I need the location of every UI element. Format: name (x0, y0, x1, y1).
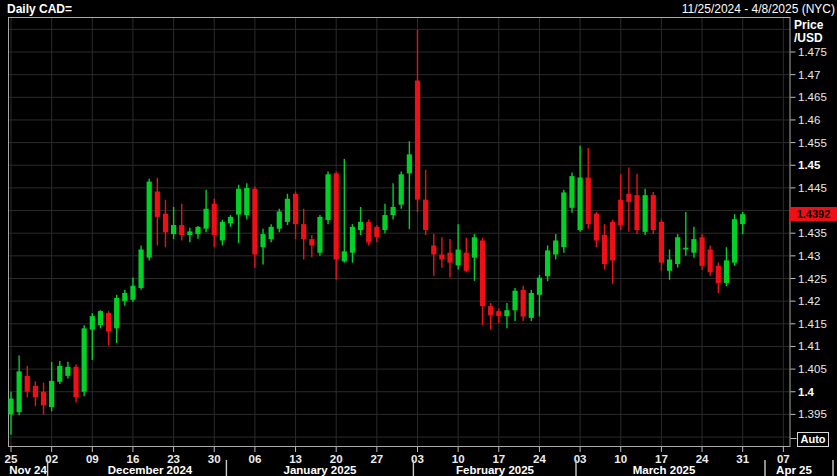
axis-auto-scale-button[interactable]: Auto (797, 432, 829, 447)
candle-body (244, 188, 249, 215)
candle-body (179, 225, 184, 235)
candle-body (358, 222, 363, 230)
candle-body (529, 293, 534, 318)
candle-body (57, 366, 62, 382)
candle-body (537, 278, 542, 295)
price-tick-label: 1.415 (798, 318, 827, 330)
candle-body (73, 367, 78, 397)
candle-body (309, 239, 314, 245)
last-price-badge[interactable]: 1.4392 (790, 207, 837, 221)
candle-body (439, 254, 444, 259)
price-axis-unit-line2: /USD (794, 32, 823, 45)
price-tick-label: 1.445 (798, 182, 827, 194)
candle-body (187, 231, 192, 235)
month-label: Apr 25 (776, 464, 812, 476)
candle-body (106, 313, 111, 332)
candle-body (659, 222, 664, 263)
candle-body (163, 214, 168, 233)
candle-body (456, 250, 461, 266)
candle-body (49, 381, 54, 407)
price-tick-label: 1.43 (798, 250, 820, 262)
price-tick-label: 1.395 (798, 408, 827, 420)
price-axis-unit-label: Price /USD (794, 19, 823, 45)
candle-body (325, 174, 330, 220)
date-tick-label: 24 (533, 453, 546, 465)
price-tick-label: 1.46 (798, 114, 820, 126)
candle-body (130, 286, 135, 300)
candle-body (618, 200, 623, 225)
month-label: December 2024 (108, 464, 193, 476)
candle-body (195, 227, 200, 234)
candle-body (521, 290, 526, 317)
candle-body (716, 266, 721, 283)
candle-body (171, 225, 176, 234)
month-label: March 2025 (633, 464, 696, 476)
price-tick-label: 1.435 (798, 227, 827, 239)
date-tick-label: 24 (696, 453, 709, 465)
candle-body (41, 392, 46, 406)
candle-body (578, 177, 583, 230)
candle-body (269, 227, 274, 239)
candle-body (488, 306, 493, 315)
candle-body (634, 195, 639, 230)
candle-body (740, 214, 745, 224)
candle-body (561, 192, 566, 247)
candle-body (90, 316, 95, 330)
candle-body (122, 293, 127, 301)
price-tick-label: 1.4 (798, 386, 815, 398)
candle-body (691, 239, 696, 253)
candle-body (25, 376, 30, 392)
candle-body (423, 200, 428, 230)
candle-body (342, 251, 347, 261)
candle-body (155, 192, 160, 217)
candle-body (651, 195, 656, 230)
date-tick-label: 31 (736, 453, 749, 465)
candle-body (407, 154, 412, 173)
candle-body (317, 217, 322, 253)
candle-body (472, 237, 477, 257)
candlestick-chart[interactable]: 1.4751.471.4651.461.4551.451.4451.4351.4… (0, 0, 837, 476)
candle-body (667, 259, 672, 270)
candle-body (293, 194, 298, 224)
candle-body (8, 399, 13, 415)
candle-body (732, 219, 737, 262)
candle-body (569, 176, 574, 208)
candle-body (220, 222, 225, 241)
candle-body (399, 174, 404, 204)
candle-body (683, 248, 688, 250)
plot-border (9, 18, 791, 447)
candle-body (147, 182, 152, 258)
price-tick-label: 1.45 (798, 159, 821, 171)
candle-body (98, 311, 103, 325)
candle-body (366, 222, 371, 242)
candle-body (236, 189, 241, 215)
date-tick-label: 09 (86, 453, 99, 465)
candle-body (553, 240, 558, 254)
candle-body (204, 209, 209, 229)
candle-body (594, 214, 599, 241)
price-tick-label: 1.405 (798, 363, 827, 375)
candle-body (431, 245, 436, 254)
candle-body (724, 260, 729, 283)
candle-body (415, 81, 420, 200)
candle-body (610, 222, 615, 261)
date-tick-label: 06 (249, 453, 262, 465)
candle-body (464, 253, 469, 271)
candle-body (260, 234, 265, 247)
price-tick-label: 1.42 (798, 295, 820, 307)
candle-body (480, 240, 485, 306)
candle-body (65, 367, 70, 376)
candle-body (33, 386, 38, 397)
chart-window: Daily CAD= 11/25/2024 - 4/8/2025 (NYC) 1… (0, 0, 837, 476)
candle-body (496, 311, 501, 316)
month-label: Nov 24 (9, 464, 47, 476)
candle-body (350, 227, 355, 253)
date-tick-label: 10 (614, 453, 627, 465)
candle-body (82, 328, 87, 391)
candle-body (545, 250, 550, 276)
candle-body (301, 224, 306, 239)
candle-body (643, 195, 648, 232)
candle-body (252, 189, 257, 255)
candle-body (602, 235, 607, 264)
candle-body (699, 237, 704, 266)
